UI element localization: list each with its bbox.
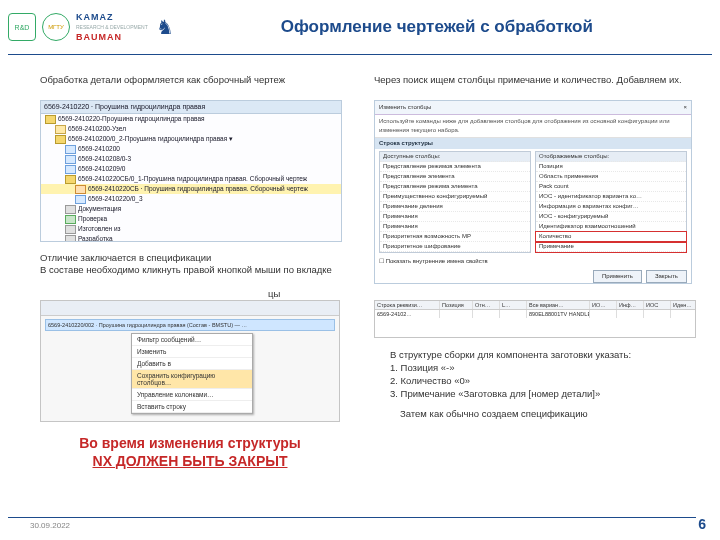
list-item[interactable]: Позиция [536, 162, 686, 172]
list-item[interactable]: ИОС - конфигурируемый [536, 212, 686, 222]
context-menu-screenshot: 6569-2410220/002 · Проушина гидроцилиндр… [40, 300, 340, 422]
tree-item-label: 6569-2410209/0 [78, 164, 125, 174]
prt-icon [65, 165, 76, 174]
table-row: 6569-24102…890EL88001TV HANDLE… VЗаготов… [375, 310, 695, 318]
warning-line2: NX ДОЛЖЕН БЫТЬ ЗАКРЫТ [60, 452, 320, 470]
dialog-section-label: Строка структуры [375, 138, 691, 149]
list-item[interactable]: Примечания [380, 222, 530, 232]
r2-item1: 1. Позиция «-» [390, 362, 455, 373]
tree-item[interactable]: 6569-2410220СБ/0_1-Проушина гидроцилиндр… [41, 174, 341, 184]
asm-icon [55, 135, 66, 144]
asm-icon [65, 175, 76, 184]
left-paragraph-1: Обработка детали оформляется как сборочн… [40, 74, 340, 86]
tree-item[interactable]: Проверка [41, 214, 341, 224]
table-header: Строка реквизи…ПозицияОтн…L…Все вариан…И… [375, 301, 695, 310]
column-header[interactable]: Инф… [617, 301, 644, 309]
column-header[interactable]: ИОС [644, 301, 671, 309]
list-item[interactable]: Область применения [536, 172, 686, 182]
page-number: 6 [698, 516, 706, 532]
logos: R&D МГТУ KAMAZ RESEARCH & DEVELOPMENT BA… [8, 12, 174, 42]
tree-item[interactable]: Разработка [41, 234, 341, 242]
list-item[interactable]: Информация о вариантах конфиг… [536, 202, 686, 212]
close-button[interactable]: Закрыть [646, 270, 687, 283]
right-paragraph-2: В структуре сборки для компонента загото… [390, 348, 700, 400]
list-item[interactable]: Примечание [536, 242, 686, 252]
dwg-icon [75, 185, 86, 194]
list-item[interactable]: Представление режимов элемента [380, 162, 530, 172]
slide-header: R&D МГТУ KAMAZ RESEARCH & DEVELOPMENT BA… [0, 6, 720, 48]
ctx-toolbar [41, 301, 339, 316]
menu-item[interactable]: Сохранить конфигурацию столбцов… [132, 370, 252, 389]
left-p2-line2: В составе необходимо кликнуть правой кно… [40, 264, 332, 275]
show-internal-names-checkbox[interactable]: ☐ Показать внутренние имена свойств [375, 255, 691, 268]
tree-item[interactable]: Документация [41, 204, 341, 214]
displayed-columns-list[interactable]: Отображаемые столбцы: ПозицияОбласть при… [535, 151, 687, 253]
column-header[interactable]: Позиция [440, 301, 473, 309]
apply-button[interactable]: Применить [593, 270, 642, 283]
table-row-screenshot: Строка реквизи…ПозицияОтн…L…Все вариан…И… [374, 300, 696, 338]
menu-item[interactable]: Фильтр сообщений… [132, 334, 252, 346]
menu-item[interactable]: Управление колонками… [132, 389, 252, 401]
available-columns-list[interactable]: Доступные столбцы: Представление режимов… [379, 151, 531, 253]
column-header[interactable]: Иден… [671, 301, 696, 309]
menu-item[interactable]: Изменить [132, 346, 252, 358]
list-item[interactable]: Идентификатор взаимоотношений [536, 222, 686, 232]
menu-item[interactable]: Добавить в [132, 358, 252, 370]
tree-screenshot: 6569-2410220 · Проушина гидроцилиндра пр… [40, 100, 342, 242]
column-header[interactable]: Отн… [473, 301, 500, 309]
tree-item-label: Изготовлен из [78, 224, 121, 234]
left-p2-line1: Отличие заключается в спецификации [40, 252, 211, 263]
tree-item[interactable]: 6569-2410220-Проушина гидроцилиндра прав… [41, 114, 341, 124]
logo-kamaz-bottom: BAUMAN [76, 32, 148, 42]
tree-item-label: 6569-2410220СБ · Проушина гидроцилиндра … [88, 184, 308, 194]
chk-icon [65, 215, 76, 224]
footer-rule [8, 517, 696, 518]
list-item[interactable]: Приоритетное шифрование [380, 242, 530, 252]
prt-icon [65, 155, 76, 164]
context-menu[interactable]: Фильтр сообщений…ИзменитьДобавить вСохра… [131, 333, 253, 414]
table-cell [590, 310, 617, 318]
list-item[interactable]: Примечание деления [380, 202, 530, 212]
tree-item[interactable]: 6569-2410220СБ · Проушина гидроцилиндра … [41, 184, 341, 194]
prt-icon [65, 145, 76, 154]
tree-item[interactable]: 6569-2410220/0_3 [41, 194, 341, 204]
list-item[interactable]: Представление элемента [380, 172, 530, 182]
column-header[interactable]: L… [500, 301, 527, 309]
displayed-columns-header: Отображаемые столбцы: [536, 152, 686, 162]
list-item[interactable]: Представление режима элемента [380, 182, 530, 192]
page-title: Оформление чертежей с обработкой [174, 17, 720, 37]
close-icon[interactable]: × [683, 103, 687, 112]
tree-item[interactable]: 6569-2410209/0 [41, 164, 341, 174]
tree-item-label: 6569-2410220СБ/0_1-Проушина гидроцилиндр… [78, 174, 307, 184]
column-header[interactable]: Строка реквизи… [375, 301, 440, 309]
tree-item-label: 6569-2410200/0_2-Проушина гидроцилиндра … [68, 134, 233, 144]
list-item[interactable]: Примечания [380, 212, 530, 222]
tree-item[interactable]: Изготовлен из [41, 224, 341, 234]
tree-item-label: Разработка [78, 234, 113, 242]
table-cell [473, 310, 500, 318]
list-item[interactable]: ИОС - идентификатор варианта ко… [536, 192, 686, 202]
table-cell: 6569-24102… [375, 310, 440, 318]
list-item[interactable]: Pack count [536, 182, 686, 192]
fld-icon [55, 125, 66, 134]
list-item[interactable]: Количество [536, 232, 686, 242]
column-header[interactable]: ИО… [590, 301, 617, 309]
menu-item[interactable]: Вставить строку [132, 401, 252, 413]
right-paragraph-1: Через поиск ищем столбцы примечание и ко… [374, 74, 694, 86]
tree-item[interactable]: 6569-2410200/0_2-Проушина гидроцилиндра … [41, 134, 341, 144]
footer-date: 30.09.2022 [30, 521, 70, 530]
logo-kamaz-top: KAMAZ [76, 12, 148, 22]
asm-icon [45, 115, 56, 124]
list-item[interactable]: Приоритетная возможность MP [380, 232, 530, 242]
logo-bauman: МГТУ [42, 13, 70, 41]
table-cell [500, 310, 527, 318]
tree-item[interactable]: 6569-2410200-Узел [41, 124, 341, 134]
tree-item[interactable]: 6569-2410208/0-3 [41, 154, 341, 164]
r2-item2: 2. Количество «0» [390, 375, 470, 386]
column-header[interactable]: Все вариан… [527, 301, 590, 309]
right-paragraph-3: Затем как обычно создаем спецификацию [400, 408, 680, 420]
tree-item[interactable]: 6569-2410200 [41, 144, 341, 154]
list-item[interactable]: Преимущественно конфигурируемый [380, 192, 530, 202]
header-rule [8, 54, 712, 55]
dialog-subtitle: Используйте команды ниже для добавления … [375, 115, 691, 138]
